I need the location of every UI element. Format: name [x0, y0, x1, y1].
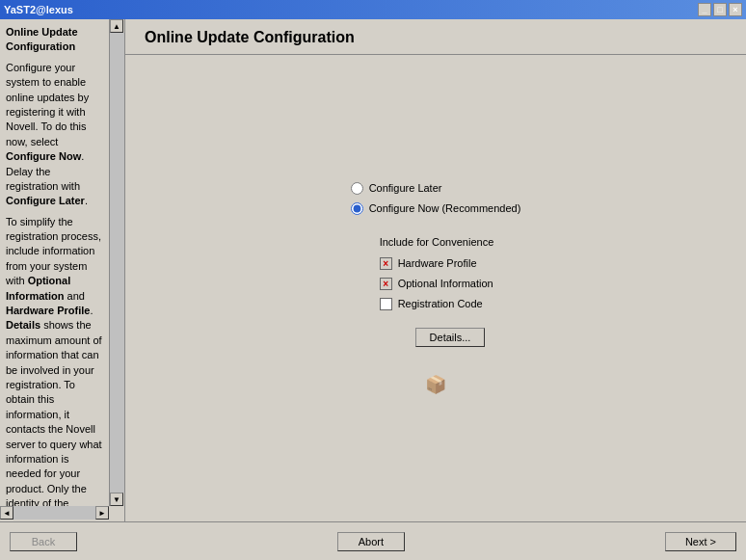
bottom-nav: Back Abort Next >	[0, 521, 746, 560]
scroll-down-button[interactable]: ▼	[110, 493, 123, 506]
configure-later-row: Configure Later	[351, 182, 442, 195]
optional-info-row: × Optional Information	[380, 278, 493, 290]
back-button[interactable]: Back	[10, 532, 77, 551]
configure-now-radio[interactable]	[351, 202, 363, 215]
registration-code-checkbox[interactable]	[380, 298, 392, 310]
sidebar-scrollbar-v[interactable]: ▲ ▼	[109, 19, 124, 506]
close-button[interactable]: ×	[729, 3, 742, 16]
registration-code-label: Registration Code	[398, 298, 483, 309]
details-button[interactable]: Details...	[415, 328, 486, 347]
configure-now-label: Configure Now (Recommended)	[369, 202, 521, 214]
page-title: Online Update Configuration	[125, 19, 746, 55]
page-body: Configure Later Configure Now (Recommend…	[125, 55, 746, 521]
sidebar-text: Online Update Configuration Configure yo…	[0, 19, 109, 506]
hardware-profile-row: × Hardware Profile	[380, 257, 477, 270]
novell-icon: 📦	[425, 374, 446, 395]
hardware-profile-checkbox[interactable]: ×	[380, 257, 392, 270]
title-bar: YaST2@lexus _ □ ×	[0, 0, 746, 19]
scroll-left-button[interactable]: ◄	[0, 506, 13, 520]
configure-later-label: Configure Later	[369, 182, 442, 194]
sidebar: Online Update Configuration Configure yo…	[0, 19, 125, 521]
next-button[interactable]: Next >	[665, 532, 736, 551]
scroll-track-v	[110, 33, 124, 493]
scroll-track-h	[13, 506, 95, 520]
configure-later-radio[interactable]	[351, 182, 363, 195]
scroll-right-button[interactable]: ►	[95, 506, 109, 520]
abort-button[interactable]: Abort	[337, 532, 405, 551]
registration-code-row: Registration Code	[380, 298, 483, 310]
title-bar-buttons: _ □ ×	[698, 3, 742, 16]
include-section-label: Include for Convenience	[380, 236, 494, 248]
sidebar-bottom: ◄ ►	[0, 506, 124, 521]
maximize-button[interactable]: □	[713, 3, 727, 16]
title-bar-label: YaST2@lexus	[4, 4, 73, 15]
main-content: Online Update Configuration Configure La…	[125, 19, 746, 521]
configure-now-row: Configure Now (Recommended)	[351, 202, 521, 215]
config-panel: Configure Later Configure Now (Recommend…	[351, 182, 521, 395]
minimize-button[interactable]: _	[698, 3, 711, 16]
content-area: Online Update Configuration Configure yo…	[0, 19, 746, 521]
main-window: Online Update Configuration Configure yo…	[0, 19, 746, 560]
hardware-profile-label: Hardware Profile	[398, 257, 477, 269]
optional-info-checkbox[interactable]: ×	[380, 278, 392, 290]
scroll-up-button[interactable]: ▲	[110, 19, 123, 33]
optional-info-label: Optional Information	[398, 278, 493, 289]
